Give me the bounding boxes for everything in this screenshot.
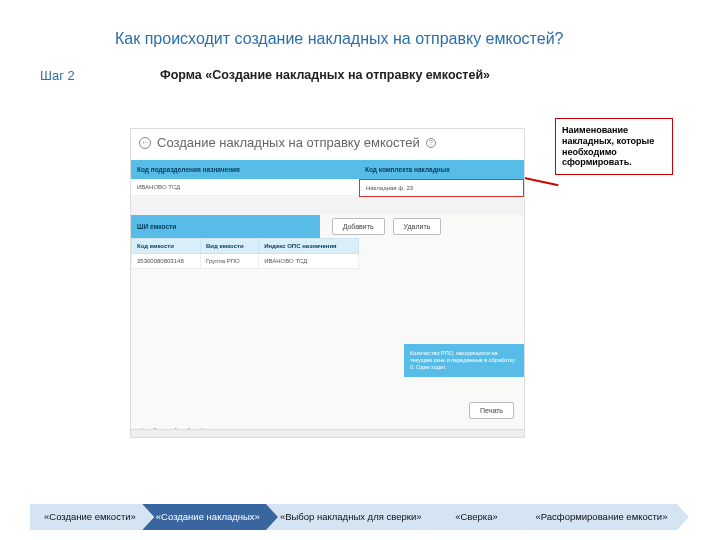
chevron-2-label: «Создание накладных» xyxy=(156,512,260,522)
app-window: ← Создание накладных на отправку емкосте… xyxy=(130,128,525,438)
items-table: Код емкости Вид емкости Индекс ОПС назна… xyxy=(131,238,359,269)
dest-field: Код подразделения назначения ИВАНОВО ТСД xyxy=(131,160,359,197)
chevron-4[interactable]: «Сверка» xyxy=(427,504,517,530)
cell-index: ИВАНОВО ТСД xyxy=(259,254,359,269)
shi-label: ШИ емкости xyxy=(131,215,320,238)
add-button[interactable]: Добавить xyxy=(332,218,385,235)
info-panel: Количество РПО, находящихся на текущем о… xyxy=(404,344,524,377)
cell-type: Группа РПО xyxy=(200,254,258,269)
table-header-row: Код емкости Вид емкости Индекс ОПС назна… xyxy=(132,239,359,254)
callout-box: Наименование накладных, которые необходи… xyxy=(555,118,673,175)
col-code[interactable]: Код емкости xyxy=(132,239,201,254)
col-index[interactable]: Индекс ОПС назначения xyxy=(259,239,359,254)
step-label: Шаг 2 xyxy=(40,68,75,83)
print-area: Печать xyxy=(469,402,514,419)
chevron-4-label: «Сверка» xyxy=(455,512,498,522)
chevron-5-label: «Расформирование емкости» xyxy=(536,512,668,522)
chevron-1-label: «Создание емкости» xyxy=(44,512,136,522)
chevron-3-label: «Выбор накладных для сверки» xyxy=(280,512,422,522)
chevron-3[interactable]: «Выбор накладных для сверки» xyxy=(266,504,428,530)
set-label: Код комплекта накладных xyxy=(359,160,524,179)
h-scrollbar[interactable] xyxy=(131,429,524,437)
set-field: Код комплекта накладных Накладная ф. 23 xyxy=(359,160,524,197)
form-label: Форма «Создание накладных на отправку ем… xyxy=(160,68,490,82)
slide-title: Как происходит создание накладных на отп… xyxy=(115,30,563,48)
print-button[interactable]: Печать xyxy=(469,402,514,419)
spacer xyxy=(131,197,524,215)
app-header: ← Создание накладных на отправку емкосте… xyxy=(131,129,524,160)
help-icon[interactable]: ? xyxy=(426,138,436,148)
process-chevrons: «Создание емкости» «Создание накладных» … xyxy=(30,504,700,530)
dest-value[interactable]: ИВАНОВО ТСД xyxy=(131,179,359,196)
app-title: Создание накладных на отправку емкостей xyxy=(157,135,420,150)
col-type[interactable]: Вид емкости xyxy=(200,239,258,254)
table-row[interactable]: 35300080803148 Группа РПО ИВАНОВО ТСД xyxy=(132,254,359,269)
set-value[interactable]: Накладная ф. 23 xyxy=(359,179,524,197)
chevron-2[interactable]: «Создание накладных» xyxy=(142,504,266,530)
shi-buttons: Добавить Удалить xyxy=(320,218,524,235)
dest-label: Код подразделения назначения xyxy=(131,160,359,179)
chevron-5[interactable]: «Расформирование емкости» xyxy=(517,504,677,530)
field-row: Код подразделения назначения ИВАНОВО ТСД… xyxy=(131,160,524,197)
delete-button[interactable]: Удалить xyxy=(393,218,442,235)
shi-row: ШИ емкости Добавить Удалить xyxy=(131,215,524,238)
cell-code: 35300080803148 xyxy=(132,254,201,269)
back-icon[interactable]: ← xyxy=(139,137,151,149)
chevron-1[interactable]: «Создание емкости» xyxy=(30,504,142,530)
